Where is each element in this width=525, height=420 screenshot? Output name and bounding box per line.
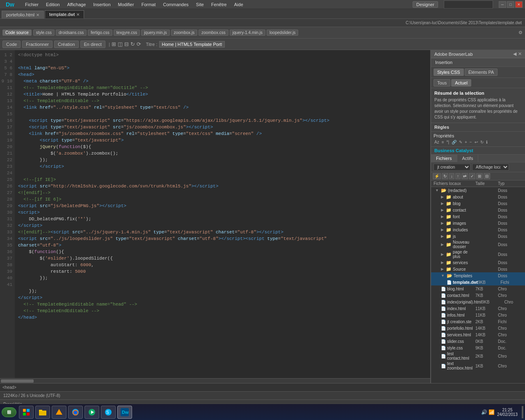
elements-pa-tab[interactable]: Éléments PA — [465, 68, 498, 76]
taskbar-firefox[interactable] — [68, 406, 83, 419]
search-input[interactable] — [444, 0, 493, 9]
file-item[interactable]: ▼📂(redacted) Doss — [431, 187, 525, 194]
menu-edition[interactable]: Edition — [43, 1, 63, 8]
prop-filter-icon[interactable]: *| — [446, 139, 450, 145]
file-tab-zoombox[interactable]: zoombox.js — [171, 30, 198, 36]
menu-modifier[interactable]: Modifier — [115, 1, 137, 8]
file-item[interactable]: ▶📁about Doss — [431, 194, 525, 200]
menu-insertion[interactable]: Insertion — [90, 1, 114, 8]
prop-az-icon[interactable]: Az — [434, 139, 440, 145]
file-item[interactable]: 📄style.css 9KB Doc. — [431, 345, 525, 351]
collapse-icon[interactable]: ▶ — [441, 234, 444, 238]
collapse-icon[interactable]: ▶ — [441, 260, 444, 265]
prop-undo-icon[interactable]: ↩ — [474, 139, 479, 145]
taskbar-dreamweaver[interactable]: Dw — [117, 406, 132, 419]
file-item[interactable]: ▶📁font Doss — [431, 213, 525, 220]
file-item[interactable]: 📄index.html 11KB Chro — [431, 305, 525, 312]
view-icon-5[interactable]: ⟳ — [137, 41, 141, 47]
taskbar-skype[interactable]: S — [101, 406, 116, 419]
collapse-icon[interactable]: ▶ — [441, 221, 444, 225]
file-tab-jquery14[interactable]: jquery-1.4.min.js — [230, 30, 265, 36]
file-item[interactable]: 📄text zoombox.html 1KB Chro — [431, 361, 525, 371]
file-item[interactable]: 📄services.html 14KB Chro — [431, 331, 525, 338]
actuel-button[interactable]: Actuel — [451, 79, 471, 87]
file-tab-jquerymin[interactable]: jquery.min.js — [141, 30, 169, 36]
file-item[interactable]: ▶📁page de plus Doss — [431, 249, 525, 259]
prop-del-icon[interactable]: − — [469, 139, 473, 145]
prop-link-icon[interactable]: 🔗 — [451, 139, 457, 145]
file-item[interactable]: 📄infos.html 11KB Chro — [431, 312, 525, 318]
collapse-icon[interactable]: ▶ — [441, 195, 444, 199]
files-refresh-btn[interactable]: ↻ — [442, 173, 448, 179]
settings-icon[interactable]: ⚙ — [518, 30, 523, 35]
taskbar-explorer[interactable] — [19, 406, 34, 419]
menu-site[interactable]: Site — [193, 1, 207, 8]
collapse-icon[interactable]: ▶ — [441, 228, 444, 232]
start-button[interactable]: ⊞ — [2, 407, 16, 417]
file-item[interactable]: ▶📁services Doss — [431, 259, 525, 266]
tab-portefolio[interactable]: portefolio.html ✕ — [2, 11, 44, 18]
files-expand-btn[interactable]: ⊞ — [476, 173, 483, 179]
file-tab-droidsans[interactable]: droidsans.css — [56, 30, 87, 36]
file-item[interactable]: ▶📁contact Doss — [431, 207, 525, 213]
file-item[interactable]: 📄template.dwt 9KB Fichi — [431, 279, 525, 285]
expand-icon[interactable]: ▼ — [441, 274, 445, 278]
creation-button[interactable]: Création — [54, 41, 79, 48]
restore-button[interactable]: □ — [507, 1, 514, 8]
styles-css-tab[interactable]: Styles CSS — [434, 68, 464, 76]
prop-cat-icon[interactable]: ≡ — [441, 139, 445, 145]
file-tab-style[interactable]: style.css — [33, 30, 55, 36]
file-item[interactable]: 📄slider.css 0KB Doc. — [431, 338, 525, 345]
file-item[interactable]: ▶📁images Doss — [431, 220, 525, 226]
direct-button[interactable]: En direct — [80, 41, 105, 48]
files-tab[interactable]: Fichiers — [431, 155, 457, 162]
file-item[interactable]: 📄index(original).html 9KB Chro — [431, 299, 525, 305]
view-icon-3[interactable]: ⊟ — [124, 41, 129, 47]
collapse-icon[interactable]: ▶ — [441, 201, 444, 205]
menu-fenetre[interactable]: Fenêtre — [208, 1, 230, 8]
files-collapse-btn[interactable]: ⊟ — [484, 173, 490, 179]
menu-fichier[interactable]: Fichier — [22, 1, 42, 8]
file-tab-zoomboxcss[interactable]: zoombox.css — [199, 30, 228, 36]
code-button[interactable]: Code — [2, 41, 21, 48]
collapse-icon[interactable]: ▶ — [441, 208, 444, 212]
code-content[interactable]: 1 2 3 4 5 6 7 8 9 10 11 12 13 14 15 16 1… — [0, 50, 430, 378]
site-select[interactable]: jt creation — [434, 164, 470, 171]
file-tab-loopedslider[interactable]: loopedslider.js — [267, 30, 298, 36]
minimize-button[interactable]: ─ — [499, 1, 506, 8]
collapse-icon[interactable]: ▶ — [441, 242, 444, 247]
file-item[interactable]: 📄jt creation.ste 2KB Fichi — [431, 318, 525, 325]
fraction-button[interactable]: Fractionner — [22, 41, 52, 48]
horizontal-scrollbar[interactable] — [0, 378, 430, 383]
title-input[interactable] — [159, 41, 225, 48]
menu-commandes[interactable]: Commandes — [160, 1, 192, 8]
file-item[interactable]: ▶📁Source Doss — [431, 266, 525, 272]
tab-template[interactable]: template.dwt ✕ — [45, 10, 84, 18]
panel-expand-icon[interactable]: ✕ — [518, 51, 522, 57]
collapse-icon[interactable]: ▶ — [441, 252, 444, 256]
prop-edit-icon[interactable]: ✎ — [458, 139, 463, 145]
file-item[interactable]: 📄portefolio.html 14KB Chro — [431, 325, 525, 331]
collapse-icon[interactable]: ▶ — [441, 215, 444, 219]
prop-refresh-icon[interactable]: ↻ — [479, 139, 484, 145]
prop-add-icon[interactable]: + — [464, 139, 468, 145]
file-item[interactable]: 📄blog.html 7KB Chro — [431, 285, 525, 292]
taskbar-wmp[interactable] — [84, 406, 99, 419]
file-item[interactable]: 📄contact.html 7KB Chro — [431, 292, 525, 299]
files-connect-btn[interactable]: ⚡ — [433, 173, 441, 179]
file-item[interactable]: ▶📁blog Doss — [431, 200, 525, 207]
files-check-btn[interactable]: ✓ — [469, 173, 475, 179]
tab-close-template[interactable]: ✕ — [76, 12, 80, 17]
code-source-btn[interactable]: Code source — [2, 30, 32, 36]
file-item[interactable]: ▶📁includes Doss — [431, 226, 525, 233]
h-scroll-thumb[interactable] — [1, 379, 34, 383]
file-item[interactable]: ▼📂Templates Doss — [431, 272, 525, 279]
view-icon-1[interactable]: ⊞ — [112, 41, 116, 47]
file-tab-fertigo[interactable]: fertigo.css — [88, 30, 112, 36]
code-text[interactable]: <!doctype html> <html lang="en-US"> <hea… — [15, 50, 430, 378]
file-item[interactable]: 📄test contact.html 2KB Chro — [431, 351, 525, 361]
files-sync-btn[interactable]: ⇄ — [461, 173, 468, 179]
tous-button[interactable]: Tous — [434, 79, 450, 87]
actifs-tab[interactable]: Actifs — [457, 155, 479, 162]
file-item[interactable]: ▶📁js Doss — [431, 233, 525, 240]
